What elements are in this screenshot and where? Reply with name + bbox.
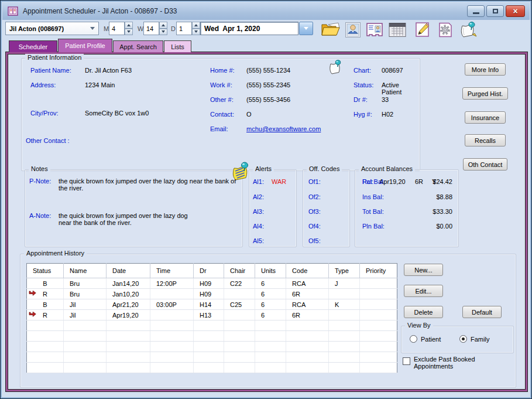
group-title: Alerts <box>253 165 274 172</box>
day-spinner[interactable]: 1 <box>176 22 201 35</box>
appointment-history-table[interactable]: StatusNameDateTimeDrChairUnitsCodeTypePr… <box>26 263 397 373</box>
history-row[interactable]: RJilApr19,20H1366R <box>27 310 397 320</box>
history-row-empty <box>27 342 397 352</box>
email-label: Email: <box>210 125 228 132</box>
chart-note-icon[interactable] <box>327 59 344 76</box>
spin-up-icon[interactable] <box>192 22 200 29</box>
email-link[interactable]: mchu@exansoftware.com <box>246 125 321 132</box>
settings-doc-icon[interactable] <box>437 22 454 38</box>
column-header-status[interactable]: Status <box>27 264 64 278</box>
column-header-time[interactable]: Time <box>150 264 194 278</box>
spin-up-icon[interactable] <box>125 22 133 29</box>
history-cell: Jan14,20 <box>107 278 150 289</box>
spin-down-icon[interactable] <box>159 29 167 36</box>
history-cell <box>286 342 329 352</box>
open-folder-icon[interactable] <box>320 21 341 37</box>
history-cell <box>27 331 64 342</box>
recalls-button[interactable]: Recalls <box>465 134 506 146</box>
history-cell: Apr21,20 <box>107 299 150 310</box>
delete-button[interactable]: Delete <box>404 306 443 318</box>
column-header-chair[interactable]: Chair <box>224 264 255 278</box>
column-header-type[interactable]: Type <box>329 264 360 278</box>
history-cell <box>194 363 224 373</box>
insurance-button[interactable]: Insurance <box>465 111 506 124</box>
edit-button[interactable]: Edit... <box>404 285 443 297</box>
history-cell: R <box>27 310 64 320</box>
p-note-text: the quick brown fox jumped over the lazy… <box>59 178 241 192</box>
column-header-dr[interactable]: Dr <box>194 264 224 278</box>
tab-scheduler[interactable]: Scheduler <box>9 40 57 52</box>
view-by-patient-radio[interactable] <box>410 335 417 343</box>
history-cell: H14 <box>194 299 224 310</box>
calendar-icon[interactable] <box>388 22 407 38</box>
history-cell: 6R <box>286 310 329 320</box>
patient-photo-icon[interactable] <box>345 22 361 38</box>
default-button[interactable]: Default <box>462 306 502 318</box>
off-code-item-label: Of3: <box>308 208 321 215</box>
history-cell: B <box>27 299 64 310</box>
more-info-button[interactable]: More Info <box>465 63 506 76</box>
history-cell <box>194 320 224 331</box>
month-label: M <box>104 25 109 32</box>
edit-note-icon[interactable] <box>414 21 431 38</box>
date-field[interactable]: Wed Apr 1, 2020 <box>200 22 298 35</box>
spin-up-icon[interactable] <box>159 22 167 29</box>
column-header-priority[interactable]: Priority <box>360 264 397 278</box>
history-cell: K <box>329 299 360 310</box>
maximize-button[interactable] <box>486 5 504 17</box>
history-cell: Jan10,20 <box>107 289 150 299</box>
column-header-name[interactable]: Name <box>64 264 107 278</box>
new-button[interactable]: New... <box>404 264 443 276</box>
week-spinner[interactable]: 14 <box>143 22 168 35</box>
history-cell <box>64 342 107 352</box>
sticky-note-icon[interactable] <box>229 160 252 183</box>
exclude-past-booked-checkbox[interactable] <box>403 357 410 365</box>
history-row[interactable]: BBruJan14,2012:00PH09C226RCAJ <box>27 278 397 289</box>
alert-item-label: Al3: <box>253 208 264 215</box>
purged-hist-button[interactable]: Purged Hist. <box>462 87 508 100</box>
minimize-button[interactable] <box>467 5 485 17</box>
dr-number-value: 33 <box>382 96 389 103</box>
history-cell: Bru <box>64 278 107 289</box>
view-by-family-radio[interactable] <box>459 335 467 343</box>
history-cell: H13 <box>194 310 224 320</box>
history-row[interactable]: BJilApr21,2003:00PH14C256RCAK <box>27 299 397 310</box>
history-cell: H09 <box>194 278 224 289</box>
history-row[interactable]: RBruJan10,20H0966R <box>27 289 397 299</box>
chart-label: Chart: <box>353 67 371 74</box>
column-header-units[interactable]: Units <box>255 264 286 278</box>
spin-down-icon[interactable] <box>192 29 200 36</box>
contact-label: Contact: <box>210 111 234 118</box>
home-number-value: (555) 555-1234 <box>246 67 290 74</box>
patient-profile-panel: Patient Information Patient Name: Dr. Ji… <box>5 52 528 392</box>
history-cell <box>224 363 255 373</box>
tab-patient-profile[interactable]: Patient Profile <box>58 39 112 52</box>
moved-appointment-arrow-icon <box>29 312 36 319</box>
patient-select[interactable]: Jil Acton (008697) <box>5 22 99 35</box>
window-title: Appointment Scheduler - Jil Acton - 0086… <box>23 7 177 15</box>
off-code-item-label: Of2: <box>308 193 321 200</box>
history-cell <box>150 331 194 342</box>
oth-contact-button[interactable]: Oth Contact <box>463 158 507 170</box>
exclude-past-booked-label: Exclude Past Booked Appointments <box>414 356 490 370</box>
close-button[interactable]: × <box>506 5 525 17</box>
patient-name-value: Dr. Jil Acton F63 <box>85 67 132 74</box>
history-cell <box>107 363 150 373</box>
history-cell <box>360 342 397 352</box>
month-spinner[interactable]: 4 <box>109 22 133 35</box>
tab-lists[interactable]: Lists <box>164 40 191 52</box>
history-cell: Apr19,20 <box>107 310 150 320</box>
pinned-note-icon[interactable] <box>458 21 479 39</box>
history-cell: Jil <box>64 299 107 310</box>
column-header-code[interactable]: Code <box>286 264 329 278</box>
history-cell <box>27 363 64 373</box>
history-cell: 6 <box>255 289 286 299</box>
spin-down-icon[interactable] <box>125 29 133 36</box>
date-dropdown-button[interactable] <box>299 22 313 35</box>
column-header-date[interactable]: Date <box>107 264 150 278</box>
contact-value: O <box>246 111 252 118</box>
week-label: W <box>138 25 143 32</box>
history-cell <box>360 299 397 310</box>
tab-appt-search[interactable]: Appt. Search <box>113 40 163 52</box>
contact-card-icon[interactable] <box>365 22 385 37</box>
